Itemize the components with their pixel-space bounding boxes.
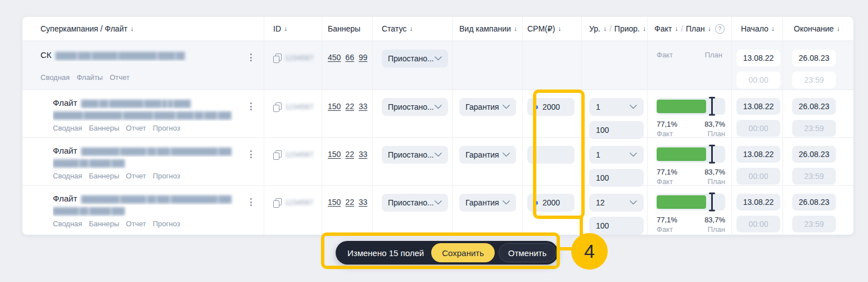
campaign-name[interactable]: СК█████ ███ ██████ █████████ ████ ██ (40, 50, 239, 61)
banners-link[interactable]: 150 (328, 198, 341, 235)
col-header-supercampaign[interactable]: Суперкампания / Флайт ↓ (22, 17, 264, 41)
copy-icon[interactable] (273, 102, 281, 111)
priority-input[interactable]: 100 (589, 217, 644, 235)
col-header-end[interactable]: Окончание ↓ (783, 17, 853, 41)
flight-name[interactable]: Флайт█████████ ██████ ██ ███ ███████████… (53, 145, 239, 157)
banners-link[interactable]: 22 (345, 198, 354, 235)
chevron-down-icon (630, 153, 637, 157)
slash-separator: / (681, 24, 683, 33)
sort-arrow-icon: ↓ (558, 25, 561, 33)
quick-link-banners[interactable]: Баннеры (89, 172, 119, 180)
end-time-value: 23:59 (804, 75, 824, 84)
copy-icon[interactable] (273, 198, 281, 207)
status-dropdown[interactable]: Приостано... (382, 98, 448, 116)
help-icon[interactable]: ? (715, 24, 725, 34)
end-time-input[interactable]: 23:59 (792, 71, 836, 88)
quick-link-forecast[interactable]: Прогноз (153, 172, 180, 180)
banners-link[interactable]: 33 (359, 198, 368, 235)
quick-link-flights[interactable]: Флайты (76, 73, 103, 82)
copy-icon[interactable] (273, 53, 281, 62)
start-time-input[interactable]: 00:00 (736, 168, 780, 185)
start-date-input[interactable]: 13.08.22 (736, 146, 780, 163)
end-time-input[interactable]: 23:59 (792, 120, 836, 137)
quick-link-banners[interactable]: Баннеры (89, 220, 119, 228)
col-header-start[interactable]: Начало ↓ (732, 17, 783, 41)
cpm-value: - (534, 150, 537, 159)
banners-link[interactable]: 22 (345, 102, 354, 139)
id-cell: 1234567 (264, 41, 322, 89)
col-header-status[interactable]: Статус ↓ (373, 17, 453, 41)
save-button[interactable]: Сохранить (431, 243, 495, 262)
quick-link-report[interactable]: Отчет (126, 220, 146, 228)
status-dropdown[interactable]: Приостано... (382, 194, 448, 212)
col-label: Вид кампании (459, 24, 511, 33)
status-dropdown[interactable]: Приостано... (382, 146, 448, 164)
row-menu-icon[interactable] (246, 100, 255, 113)
quick-link-svodnaya[interactable]: Сводная (40, 73, 70, 82)
end-time-input[interactable]: 23:59 (792, 216, 836, 232)
end-date-input[interactable]: 26.08.23 (792, 50, 836, 66)
flight-name-redacted: ████ ██ ████████ ████ █ █ ████ (81, 100, 190, 108)
level-dropdown[interactable]: 12 (589, 194, 644, 212)
col-header-id[interactable]: ID ↓ (264, 17, 322, 41)
col-header-cpm[interactable]: CPM(₽) ↓ (523, 17, 582, 41)
cpm-input[interactable]: 2000 (527, 98, 575, 116)
col-header-campaign-kind[interactable]: Вид кампании ↓ (453, 17, 523, 41)
start-date-input[interactable]: 13.08.22 (736, 98, 780, 115)
quick-link-svodnaya[interactable]: Сводная (53, 124, 82, 132)
cpm-value: 2000 (542, 102, 560, 111)
level-dropdown[interactable]: 1 (589, 98, 644, 116)
quick-link-svodnaya[interactable]: Сводная (53, 220, 82, 228)
end-cell: 26.08.23 23:59 (783, 41, 853, 89)
start-date-input[interactable]: 13.08.22 (736, 50, 780, 66)
priority-input[interactable]: 100 (589, 121, 644, 139)
end-date-input[interactable]: 26.08.23 (792, 194, 836, 211)
status-dropdown[interactable]: Приостано... (382, 50, 448, 68)
campaign-kind-dropdown[interactable]: Гарантия (459, 194, 516, 212)
campaign-kind-dropdown[interactable]: Гарантия (459, 146, 516, 164)
row-menu-icon[interactable] (246, 196, 255, 208)
quick-link-report[interactable]: Отчет (126, 124, 146, 132)
quick-links: Сводная Флайты Отчет (40, 73, 239, 82)
fact-percent: 77,1% (657, 167, 677, 177)
quick-link-svodnaya[interactable]: Сводная (53, 172, 82, 180)
start-time-input[interactable]: 00:00 (736, 120, 780, 137)
end-date-input[interactable]: 26.08.23 (792, 98, 836, 115)
end-cell: 26.08.23 23:59 (783, 138, 853, 187)
quick-link-forecast[interactable]: Прогноз (153, 124, 180, 132)
banners-link[interactable]: 99 (359, 53, 368, 89)
start-time-input[interactable]: 00:00 (736, 71, 780, 88)
quick-link-report[interactable]: Отчет (126, 172, 146, 180)
start-date-input[interactable]: 13.08.22 (736, 194, 780, 211)
cancel-button[interactable]: Отменить (499, 243, 557, 262)
banners-link[interactable]: 33 (359, 102, 368, 139)
plan-marker-icon (709, 193, 715, 212)
fact-plan-values: 77,1% Факт 83,7% План (657, 215, 725, 234)
quick-link-banners[interactable]: Баннеры (89, 124, 119, 132)
level-dropdown[interactable]: 1 (589, 146, 644, 164)
start-time-input[interactable]: 00:00 (736, 216, 780, 232)
banners-link[interactable]: 150 (328, 150, 341, 187)
banners-link[interactable]: 33 (359, 150, 368, 187)
status-value: Приостано... (388, 198, 434, 207)
banners-link[interactable]: 150 (328, 102, 341, 139)
cpm-input[interactable]: - (527, 146, 575, 164)
col-header-fact-plan[interactable]: Факт ↓ / План ↓ ? (648, 17, 732, 41)
banners-link[interactable]: 450 (328, 53, 341, 89)
quick-link-report[interactable]: Отчет (110, 73, 130, 82)
flight-name[interactable]: Флайт████ ██ ████████ ████ █ █ ████ (53, 97, 239, 109)
flight-name[interactable]: Флайт█████████ ██████ ██ ███ ███████████… (53, 193, 239, 205)
end-date-input[interactable]: 26.08.23 (792, 146, 836, 163)
col-header-level-priority[interactable]: Ур. ↓ / Приор. ↓ (582, 17, 648, 41)
quick-link-forecast[interactable]: Прогноз (153, 220, 180, 228)
row-menu-icon[interactable] (246, 148, 255, 160)
row-menu-icon[interactable] (246, 51, 255, 64)
col-label: ID (273, 24, 281, 33)
cpm-input[interactable]: 2000 (527, 194, 575, 212)
copy-icon[interactable] (273, 150, 281, 159)
banners-link[interactable]: 22 (345, 150, 354, 187)
end-time-input[interactable]: 23:59 (792, 168, 836, 185)
campaign-kind-dropdown[interactable]: Гарантия (459, 98, 516, 116)
banners-link[interactable]: 66 (345, 53, 354, 89)
priority-input[interactable]: 100 (589, 169, 644, 187)
